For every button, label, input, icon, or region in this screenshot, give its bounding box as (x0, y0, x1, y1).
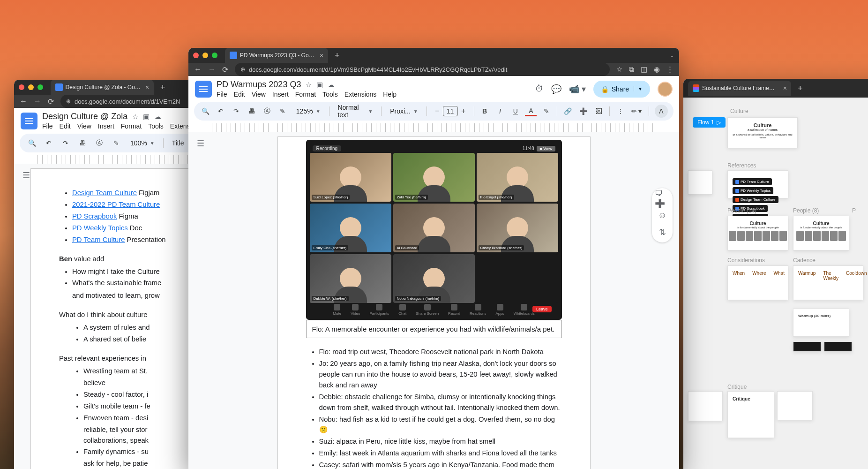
new-tab-button[interactable]: + (795, 83, 806, 93)
docs-logo-icon[interactable] (195, 81, 212, 98)
menu-file[interactable]: File (42, 122, 53, 130)
critique-frame[interactable]: Critique (727, 391, 774, 438)
suggest-icon[interactable]: ⇅ (655, 225, 670, 240)
styles-selector[interactable]: Normal text ▼ (334, 106, 376, 117)
maximize-window-icon[interactable] (212, 53, 217, 58)
warmup-frame[interactable]: Warmup (30 mins) (793, 309, 849, 337)
traffic-lights[interactable] (193, 53, 217, 58)
new-tab-button[interactable]: + (332, 51, 343, 61)
figma-canvas[interactable]: Flow 1 ▷ Culture Culture a collection of… (683, 98, 868, 469)
bold-icon[interactable]: B (479, 105, 490, 118)
cloud-icon[interactable]: ☁ (328, 81, 335, 89)
editing-mode-icon[interactable]: ✏ ▾ (630, 105, 643, 118)
text-color-icon[interactable]: A (525, 106, 537, 116)
reload-icon[interactable]: ⟳ (48, 97, 54, 106)
outline-toggle-icon[interactable]: ☰ (197, 138, 204, 149)
forward-icon[interactable]: → (208, 65, 216, 74)
more-tools-icon[interactable]: ⋮ (614, 105, 626, 118)
culture-frame[interactable]: Culture a collection of norms or a share… (727, 117, 798, 148)
undo-icon[interactable]: ↶ (215, 105, 227, 118)
redo-icon[interactable]: ↷ (59, 136, 72, 150)
back-icon[interactable]: ← (20, 97, 27, 106)
menu-insert[interactable]: Insert (272, 91, 289, 98)
browser-tab[interactable]: PD Warmups 2023 Q3 - Goo... × (225, 48, 328, 63)
menu-extensions[interactable]: Extensions (344, 91, 376, 98)
new-tab-button[interactable]: + (157, 83, 168, 92)
docs-logo-icon[interactable] (21, 113, 37, 129)
menu-edit[interactable]: Edit (60, 122, 71, 130)
minimize-window-icon[interactable] (202, 53, 208, 58)
minimize-window-icon[interactable] (28, 84, 34, 90)
site-info-icon[interactable]: ⊕ (66, 98, 71, 105)
comments-icon[interactable]: 💬 (551, 84, 561, 94)
undo-icon[interactable]: ↶ (42, 136, 55, 150)
ref-pill-dark[interactable] (793, 341, 821, 352)
menu-format[interactable]: Format (121, 122, 142, 130)
zoom-selector[interactable]: 125% ▼ (292, 106, 324, 117)
browser-tab[interactable]: Sustainable Culture Framework (Al × (688, 81, 791, 96)
menu-view[interactable]: View (252, 91, 266, 98)
comment-icon[interactable]: ➕ (577, 105, 589, 118)
doc-link[interactable]: PD Team Culture (72, 236, 125, 243)
document-page[interactable]: Recording 11:48 ■ View Suzi Lopez (she/h… (277, 136, 591, 469)
critique-note[interactable] (688, 391, 723, 421)
add-reaction-icon[interactable]: ☺ (655, 208, 670, 223)
menu-view[interactable]: View (77, 122, 91, 130)
back-icon[interactable]: ← (194, 65, 202, 74)
flow-tag[interactable]: Flow 1 ▷ (693, 117, 726, 128)
ref-pill-dark[interactable] (824, 341, 852, 352)
highlight-icon[interactable]: ✎ (540, 105, 552, 118)
more-icon[interactable]: ⋮ (666, 65, 673, 74)
doc-link[interactable]: Design Team Culture (72, 189, 137, 197)
close-window-icon[interactable] (19, 84, 24, 90)
add-comment-icon[interactable]: 🗨➕ (655, 191, 670, 206)
profile-icon[interactable]: ◉ (654, 65, 660, 74)
address-bar[interactable]: ⊕ docs.google.com/document/d/1pVm9SBcPgM… (235, 63, 610, 76)
move-icon[interactable]: ▣ (143, 113, 150, 121)
reference-pill[interactable]: Design Team Culture (733, 196, 778, 203)
reference-pill[interactable]: PD Team Culture (733, 178, 772, 185)
extension-icon[interactable]: ⧉ (629, 65, 634, 74)
tab-close-icon[interactable]: × (320, 52, 323, 59)
link-icon[interactable]: 🔗 (562, 105, 574, 118)
collapse-toolbar-icon[interactable]: ᐱ (655, 105, 668, 118)
critique-table[interactable] (777, 391, 813, 420)
history-icon[interactable]: ⏱ (535, 84, 544, 94)
meet-icon[interactable]: 📹 ▾ (569, 84, 586, 94)
paint-format-icon[interactable]: ✎ (110, 136, 123, 150)
spellcheck-icon[interactable]: Ⓐ (262, 105, 273, 118)
styles-selector[interactable]: Title (168, 137, 188, 149)
menu-insert[interactable]: Insert (98, 122, 114, 130)
share-button[interactable]: 🔒 Share ▼ (593, 81, 650, 98)
menu-help[interactable]: Help (383, 91, 397, 98)
bookmark-icon[interactable]: ☆ (616, 65, 622, 74)
avatar[interactable] (658, 82, 673, 97)
references-frame[interactable]: PD Team CulturePD Weekly TopicsDesign Te… (727, 170, 788, 198)
spellcheck-icon[interactable]: Ⓐ (93, 136, 106, 150)
reference-pill[interactable]: PD Weekly Topics (733, 187, 773, 194)
doc-link[interactable]: PD Scrapbook (72, 212, 117, 220)
traffic-lights[interactable] (19, 84, 43, 90)
underline-icon[interactable]: U (509, 105, 521, 118)
outline-toggle-icon[interactable]: ☰ (22, 170, 30, 181)
decrease-font-button[interactable]: − (432, 106, 443, 117)
site-info-icon[interactable]: ⊕ (240, 66, 245, 73)
search-icon[interactable]: 🔍 (200, 105, 211, 118)
window-expand-icon[interactable]: ⌄ (670, 52, 674, 59)
increase-font-button[interactable]: + (458, 106, 469, 117)
image-icon[interactable]: 🖼 (593, 105, 605, 118)
share-dropdown-icon[interactable]: ▼ (634, 86, 643, 91)
doc-title[interactable]: Design Culture @ Zola (42, 112, 127, 121)
move-icon[interactable]: ▣ (316, 81, 323, 89)
print-icon[interactable]: 🖶 (246, 105, 258, 118)
people-frame-a[interactable]: Culture is fundamentally about the peopl… (727, 216, 788, 250)
browser-tab[interactable]: Design Culture @ Zola - Goo... × (51, 80, 154, 95)
redo-icon[interactable]: ↷ (231, 105, 242, 118)
font-selector[interactable]: Proxi... ▼ (386, 106, 421, 117)
star-icon[interactable]: ☆ (306, 81, 312, 89)
sidebar-icon[interactable]: ◫ (641, 65, 647, 74)
menu-file[interactable]: File (217, 91, 227, 98)
menu-format[interactable]: Format (295, 91, 316, 98)
zoom-selector[interactable]: 100% ▼ (127, 137, 158, 149)
doc-link[interactable]: 2021-2022 PD Team Culture (72, 201, 160, 208)
